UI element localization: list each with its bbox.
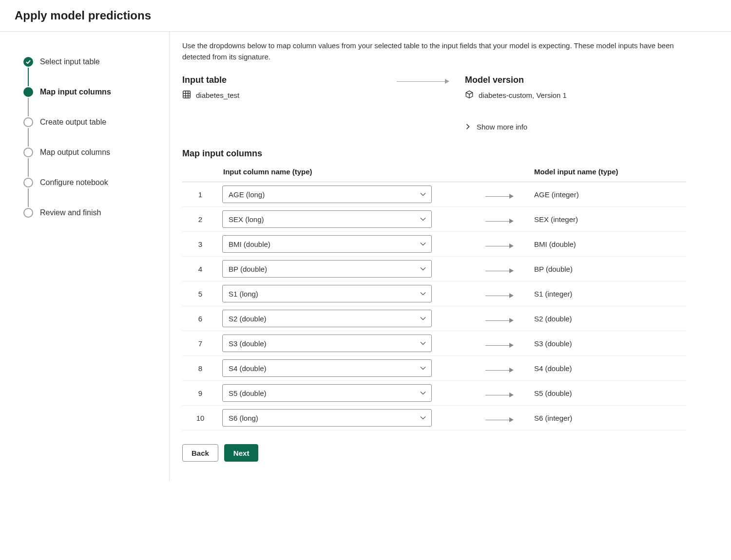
model-input-name: AGE (integer) xyxy=(530,182,686,207)
step-item[interactable]: Review and finish xyxy=(23,207,159,219)
arrow-right-icon xyxy=(485,293,514,298)
step-connector xyxy=(28,158,29,177)
select-value: AGE (long) xyxy=(229,190,265,199)
input-column-select[interactable]: S2 (double) xyxy=(222,310,432,327)
input-column-select[interactable]: S1 (long) xyxy=(222,285,432,302)
show-more-info-link[interactable]: Show more info xyxy=(465,123,686,131)
model-version-value: diabetes-custom, Version 1 xyxy=(465,90,686,100)
row-index: 4 xyxy=(182,257,218,281)
input-table-name: diabetes_test xyxy=(196,91,239,99)
select-value: S5 (double) xyxy=(229,389,267,397)
select-value: S3 (double) xyxy=(229,339,267,348)
chevron-down-icon xyxy=(420,414,426,421)
input-column-select[interactable]: S5 (double) xyxy=(222,384,432,402)
step-bullet-icon xyxy=(23,87,33,97)
arrow-right-icon xyxy=(485,268,514,273)
select-value: S2 (double) xyxy=(229,315,267,323)
chevron-down-icon xyxy=(420,315,426,322)
input-model-row: Input table diabetes_test xyxy=(182,75,686,131)
show-more-label: Show more info xyxy=(477,123,527,131)
model-input-name: BP (double) xyxy=(530,257,686,281)
step-label: Create output table xyxy=(40,118,106,127)
chevron-down-icon xyxy=(420,216,426,223)
arrow-right-icon xyxy=(485,318,514,323)
table-row: 2SEX (long)SEX (integer) xyxy=(182,207,686,232)
input-column-select[interactable]: S4 (double) xyxy=(222,359,432,377)
step-label: Review and finish xyxy=(40,208,101,217)
chevron-down-icon xyxy=(420,290,426,297)
col-index-header xyxy=(182,163,218,182)
chevron-down-icon xyxy=(420,191,426,198)
input-column-select[interactable]: S3 (double) xyxy=(222,335,432,352)
wizard-steps-sidebar: Select input tableMap input columnsCreat… xyxy=(0,32,170,481)
arrow-right-icon xyxy=(485,417,514,422)
input-column-select[interactable]: S6 (long) xyxy=(222,409,432,427)
model-input-name: S5 (double) xyxy=(530,381,686,406)
model-input-name: S6 (integer) xyxy=(530,406,686,430)
arrow-right-icon xyxy=(485,392,514,397)
model-input-name: S3 (double) xyxy=(530,331,686,356)
arrow-right-icon xyxy=(485,368,514,373)
next-button[interactable]: Next xyxy=(224,444,259,462)
row-index: 2 xyxy=(182,207,218,232)
table-row: 5S1 (long)S1 (integer) xyxy=(182,281,686,306)
table-row: 7S3 (double)S3 (double) xyxy=(182,331,686,356)
row-index: 3 xyxy=(182,232,218,257)
arrow-right-icon xyxy=(397,79,449,84)
row-index: 10 xyxy=(182,406,218,430)
chevron-down-icon xyxy=(420,265,426,272)
row-index: 5 xyxy=(182,281,218,306)
table-row: 3BMI (double)BMI (double) xyxy=(182,232,686,257)
step-item[interactable]: Map input columns xyxy=(23,86,159,98)
input-column-select[interactable]: BMI (double) xyxy=(222,235,432,253)
chevron-down-icon xyxy=(420,365,426,372)
arrow-right-icon xyxy=(485,343,514,348)
step-item[interactable]: Map output columns xyxy=(23,147,159,158)
model-cube-icon xyxy=(465,90,474,100)
step-label: Configure notebook xyxy=(40,178,108,187)
back-button[interactable]: Back xyxy=(182,444,218,462)
row-index: 1 xyxy=(182,182,218,207)
step-item[interactable]: Create output table xyxy=(23,116,159,128)
step-item[interactable]: Configure notebook xyxy=(23,177,159,188)
map-input-columns-title: Map input columns xyxy=(182,149,686,159)
input-column-select[interactable]: BP (double) xyxy=(222,260,432,278)
row-index: 7 xyxy=(182,331,218,356)
table-row: 10S6 (long)S6 (integer) xyxy=(182,406,686,430)
step-bullet-icon xyxy=(23,208,33,218)
step-item[interactable]: Select input table xyxy=(23,56,159,68)
intro-text: Use the dropdowns below to map column va… xyxy=(182,40,686,62)
row-index: 8 xyxy=(182,356,218,381)
arrow-right-icon xyxy=(485,243,514,248)
chevron-down-icon xyxy=(420,390,426,396)
model-input-name: S4 (double) xyxy=(530,356,686,381)
model-input-name: S1 (integer) xyxy=(530,281,686,306)
col-arrow-header xyxy=(481,163,530,182)
table-row: 4BP (double)BP (double) xyxy=(182,257,686,281)
select-value: SEX (long) xyxy=(229,215,264,224)
select-value: BP (double) xyxy=(229,265,267,273)
col-model-header: Model input name (type) xyxy=(530,163,686,182)
model-version-name: diabetes-custom, Version 1 xyxy=(479,91,567,99)
table-row: 1AGE (long)AGE (integer) xyxy=(182,182,686,207)
col-input-header: Input column name (type) xyxy=(218,163,481,182)
model-input-name: SEX (integer) xyxy=(530,207,686,232)
select-value: S4 (double) xyxy=(229,364,267,373)
step-connector xyxy=(28,98,29,116)
step-label: Map input columns xyxy=(40,88,111,96)
footer-buttons: Back Next xyxy=(182,444,686,462)
model-version-title: Model version xyxy=(465,75,686,85)
select-value: BMI (double) xyxy=(229,240,270,248)
row-index: 6 xyxy=(182,306,218,331)
select-value: S1 (long) xyxy=(229,290,258,298)
chevron-down-icon xyxy=(420,241,426,247)
input-column-select[interactable]: SEX (long) xyxy=(222,210,432,228)
map-input-columns-table: Input column name (type) Model input nam… xyxy=(182,163,686,430)
step-bullet-icon xyxy=(23,178,33,187)
step-bullet-icon xyxy=(23,57,33,67)
step-connector xyxy=(28,128,29,147)
table-row: 9S5 (double)S5 (double) xyxy=(182,381,686,406)
input-table-title: Input table xyxy=(182,75,387,85)
input-column-select[interactable]: AGE (long) xyxy=(222,186,432,203)
row-index: 9 xyxy=(182,381,218,406)
